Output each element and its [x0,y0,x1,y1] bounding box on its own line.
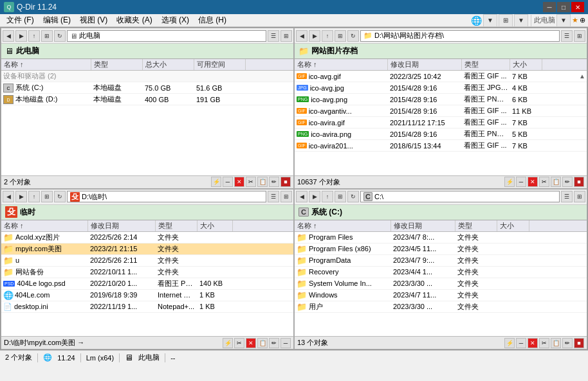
file-row-bl-4[interactable]: PSD404Le logo.psd 2022/10/20 1... 看图王 PS… [1,278,293,290]
up-button-bl[interactable]: ↑ [28,191,40,202]
view-icon-tr[interactable]: ⊞ [574,30,585,42]
status-pin-bl[interactable]: ⚡ [223,338,233,348]
status-btn4-bl[interactable]: 📋 [257,338,268,348]
menu-view[interactable]: 视图 (V) [76,14,111,26]
status-btn5-br[interactable]: 📋 [551,338,561,348]
file-row-tr-6[interactable]: GIFico-avira201... 2018/6/15 13:44 看图王 G… [295,140,587,152]
col-type-br[interactable]: 类型 [455,220,497,231]
status-btn5-bl[interactable]: ✏ [269,338,279,348]
status-btn3-tr[interactable]: ✕ [528,177,538,187]
col-total-tl[interactable]: 总大小 [143,59,194,70]
file-row-br-6[interactable]: 📁用户 2023/3/30 ... 文件夹 [295,301,587,313]
refresh-button-tl[interactable]: ↻ [54,30,66,42]
back-button-tl[interactable]: ◀ [3,30,14,42]
file-row-tr-2[interactable]: PNGico-avg.png 2015/4/28 9:16 看图王 PNG ..… [295,94,587,105]
file-row-bl-2[interactable]: 📁u 2022/5/26 2:11 文件夹 [1,255,293,267]
status-pin-tl[interactable]: ⚡ [211,177,221,187]
status-btn7-br[interactable]: ■ [574,338,584,348]
file-list-br[interactable]: 名称 ↑ 修改日期 类型 大小 📁Program Files 2023/4/7 … [295,220,587,337]
menu-info[interactable]: 信息 (H) [194,14,230,26]
status-btn3-tl[interactable]: ✕ [234,177,244,187]
up-button-tl[interactable]: ↑ [28,30,40,42]
file-row-br-1[interactable]: 📁Program Files (x86) 2023/4/5 11... 文件夹 [295,244,587,255]
refresh-button-bl[interactable]: ↻ [54,191,66,202]
status-btn4-tr[interactable]: ✂ [539,177,549,187]
layout-button-tl[interactable]: ⊞ [41,30,53,42]
file-row-tr-4[interactable]: GIFico-avira.gif 2021/11/12 17:15 看图王 GI… [295,117,587,128]
address-bar-tl[interactable]: 🖥 此电脑 [67,30,266,42]
toolbar-btn-3[interactable]: ▼ [514,14,528,27]
close-button[interactable]: ✕ [571,2,584,12]
view-icon-tl[interactable]: ⊞ [280,30,292,42]
file-row-br-5[interactable]: 📁Windows 2023/4/7 11... 文件夹 [295,290,587,301]
file-list-bl[interactable]: 名称 ↑ 修改日期 类型 大小 📁Acold.xyz图片 2022/5/26 2… [1,220,293,337]
toolbar-btn-2[interactable]: ⊞ [499,14,513,27]
col-date-bl[interactable]: 修改日期 [88,220,156,231]
col-type-bl[interactable]: 类型 [156,220,198,231]
status-pin-br[interactable]: ⚡ [504,338,515,348]
status-btn6-tr[interactable]: ✏ [562,177,573,187]
file-row-br-0[interactable]: 📁Program Files 2023/4/7 8:... 文件夹 [295,232,587,244]
up-button-tr[interactable]: ↑ [322,30,333,42]
file-list-tr[interactable]: 名称 ↑ 修改日期 类型 大小 GIFico-avg.gif 2022/3/25… [295,59,587,175]
col-name-tl[interactable]: 名称 ↑ [1,59,91,70]
status-btn4-tl[interactable]: ✂ [246,177,256,187]
col-type-tr[interactable]: 类型 [462,59,510,70]
view-icon-bl[interactable]: ⊞ [280,191,292,202]
file-row-br-3[interactable]: 📁Recovery 2023/4/4 1... 文件夹 [295,267,587,278]
forward-button-bl[interactable]: ▶ [15,191,27,202]
toolbar-btn-4[interactable]: ▼ [556,14,571,27]
col-name-bl[interactable]: 名称 ↑ [1,220,88,231]
file-row-bl-5[interactable]: 🌐404Le.com 2019/6/18 9:39 Internet 快... … [1,290,293,301]
col-name-tr[interactable]: 名称 ↑ [295,59,388,70]
minimize-button[interactable]: ─ [543,2,556,12]
address-bar-br[interactable]: C C:\ [360,191,560,202]
file-row-br-4[interactable]: 📁System Volume In... 2023/3/30 ... 文件夹 [295,278,587,290]
view-list-bl[interactable]: ☰ [268,191,279,202]
status-btn4-br[interactable]: ✂ [539,338,549,348]
col-free-tl[interactable]: 可用空间 [194,59,246,70]
menu-file[interactable]: 文件 (F) [3,14,38,26]
file-list-tl[interactable]: 名称 ↑ 类型 总大小 可用空间 设备和驱动器 (2) ▲ C 系统 (C:) … [1,59,293,175]
address-bar-tr[interactable]: 📁 D:\网站\网站图片存档\ [360,30,560,42]
status-btn6-tl[interactable]: ✏ [269,177,279,187]
view-list-br[interactable]: ☰ [561,191,573,202]
view-icon-br[interactable]: ⊞ [574,191,585,202]
file-row-bl-1[interactable]: 📁mpyit.com美图 2023/2/1 21:15 文件夹 [1,244,293,255]
refresh-button-tr[interactable]: ↻ [347,30,359,42]
layout-button-br[interactable]: ⊞ [335,191,346,202]
view-list-tl[interactable]: ☰ [268,30,279,42]
file-row-tr-3[interactable]: GIFico-avgantiv... 2015/4/28 9:16 看图王 GI… [295,105,587,117]
refresh-button-br[interactable]: ↻ [347,191,359,202]
col-date-br[interactable]: 修改日期 [391,220,455,231]
address-bar-bl[interactable]: 殳 D:\临时\ [67,191,266,202]
status-btn2-tr[interactable]: ─ [516,177,526,187]
menu-favorites[interactable]: 收藏夹 (A) [113,14,156,26]
back-button-tr[interactable]: ◀ [296,30,308,42]
back-button-bl[interactable]: ◀ [3,191,14,202]
drive-row-d[interactable]: D 本地磁盘 (D:) 本地磁盘 400 GB 191 GB [1,94,293,105]
back-button-br[interactable]: ◀ [296,191,308,202]
menu-options[interactable]: 选项 (X) [158,14,193,26]
file-row-tr-5[interactable]: PNGico-avira.png 2015/4/28 9:16 看图王 PNG … [295,128,587,140]
file-row-br-2[interactable]: 📁ProgramData 2023/4/7 9:... 文件夹 [295,255,587,267]
file-row-tr-0[interactable]: GIFico-avg.gif 2022/3/25 10:42 看图王 GIF .… [295,71,587,82]
status-btn3-bl[interactable]: ✕ [246,338,256,348]
status-pin-tr[interactable]: ⚡ [504,177,515,187]
col-size-tr[interactable]: 大小 [510,59,542,70]
layout-button-bl[interactable]: ⊞ [41,191,53,202]
status-btn3-br[interactable]: ✕ [528,338,538,348]
toolbar-btn-1[interactable]: ▼ [483,14,497,27]
forward-button-br[interactable]: ▶ [309,191,320,202]
forward-button-tr[interactable]: ▶ [309,30,320,42]
status-btn7-tr[interactable]: ■ [574,177,584,187]
maximize-button[interactable]: □ [557,2,570,12]
view-list-tr[interactable]: ☰ [561,30,573,42]
col-type-tl[interactable]: 类型 [91,59,143,70]
globe-icon[interactable]: 🌐 [471,15,482,26]
col-date-tr[interactable]: 修改日期 [388,59,462,70]
status-btn7-tl[interactable]: ■ [280,177,291,187]
up-button-br[interactable]: ↑ [322,191,333,202]
drive-row-c[interactable]: C 系统 (C:) 本地磁盘 75.0 GB 51.6 GB [1,82,293,94]
file-row-tr-1[interactable]: JPGico-avg.jpg 2015/4/28 9:16 看图王 JPG ..… [295,82,587,94]
